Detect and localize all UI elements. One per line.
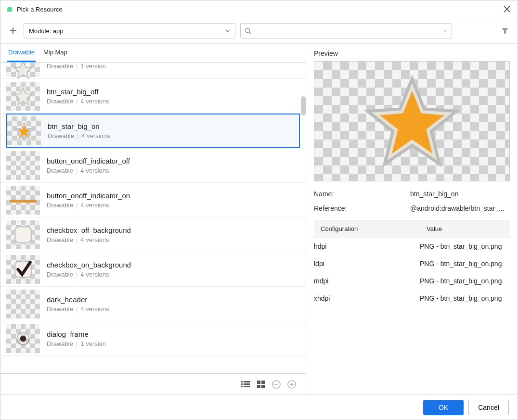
dialog-title: Pick a Resource [17,6,63,13]
svg-point-6 [20,335,26,342]
reference-label: Reference: [314,204,410,212]
list-item[interactable]: btn_star_big_onDrawable|4 versions [6,114,300,148]
item-subtitle: Drawable|4 versions [48,132,110,140]
preview-header: Preview [314,50,510,57]
thumbnail [6,220,40,249]
config-header-configuration: Configuration [321,225,427,232]
svg-rect-3 [10,200,37,203]
config-name: mdpi [314,277,420,285]
chevron-down-icon [444,30,448,32]
svg-rect-9 [244,381,250,382]
resource-list[interactable]: Drawable|1 versionbtn_star_big_offDrawab… [0,63,306,373]
item-subtitle: Drawable|4 versions [47,236,131,243]
search-input[interactable] [254,27,441,35]
list-item[interactable]: button_onoff_indicator_onDrawable|4 vers… [0,183,306,217]
config-name: ldpi [314,260,420,267]
config-value: PNG - btn_star_big_on.png [420,277,510,285]
thumbnail [6,255,40,284]
thumbnail [6,151,40,180]
item-name: dark_header [47,295,109,304]
list-item[interactable]: dark_headerDrawable|4 versions [0,287,306,321]
item-subtitle: Drawable|1 version [47,63,106,70]
module-dropdown-label: Module: app [29,27,64,35]
thumbnail [6,324,40,353]
name-value: btn_star_big_on [410,190,510,198]
thumbnail [7,116,41,145]
item-name: button_onoff_indicator_off [47,157,130,165]
tabs: Drawable Mip Map [0,44,306,63]
module-dropdown[interactable]: Module: app [24,23,235,38]
svg-rect-15 [261,381,265,384]
config-header-value: Value [427,225,503,232]
close-button[interactable] [501,3,513,15]
item-name: checkbox_off_background [47,226,131,234]
preview-image [314,61,510,181]
svg-rect-16 [257,385,260,388]
config-row[interactable]: xhdpiPNG - btn_star_big_on.png [314,290,510,307]
svg-point-2 [246,28,250,33]
svg-rect-17 [261,385,265,388]
tab-mipmap[interactable]: Mip Map [42,47,68,62]
config-value: PNG - btn_star_big_on.png [420,294,510,302]
android-icon [5,5,14,13]
search-icon [245,27,251,34]
item-name: dialog_frame [47,330,106,338]
preview-pane: Preview Name: btn_star_big_on Reference:… [306,44,518,395]
list-item[interactable]: checkbox_on_backgroundDrawable|4 version… [0,252,306,287]
svg-rect-14 [257,381,260,384]
list-item[interactable]: dialog_frameDrawable|1 version [0,321,306,356]
svg-point-0 [8,9,9,10]
view-grid-icon[interactable] [256,379,266,390]
svg-rect-12 [241,386,243,387]
list-item[interactable]: btn_star_big_offDrawable|4 versions [0,79,306,114]
item-name: button_onoff_indicator_on [47,191,130,200]
list-item[interactable]: button_onoff_indicator_offDrawable|4 ver… [0,148,306,183]
item-subtitle: Drawable|4 versions [47,202,130,209]
item-subtitle: Drawable|4 versions [47,167,130,174]
config-row[interactable]: ldpiPNG - btn_star_big_on.png [314,255,510,272]
item-subtitle: Drawable|1 version [47,340,106,347]
config-value: PNG - btn_star_big_on.png [420,242,510,250]
dialog-window: Pick a Resource Module: app [0,0,518,420]
view-list-icon[interactable] [240,379,251,390]
titlebar: Pick a Resource [0,0,518,18]
scrollbar-thumb[interactable] [301,96,306,115]
item-name: btn_star_big_off [47,88,109,96]
cancel-button[interactable]: Cancel [468,400,509,415]
config-name: hdpi [314,242,420,250]
tab-drawable[interactable]: Drawable [7,47,36,62]
ok-button[interactable]: OK [423,400,464,415]
svg-rect-4 [15,227,31,243]
thumbnail [6,290,40,318]
config-name: xhdpi [314,294,420,302]
svg-point-1 [11,9,12,10]
chevron-down-icon [225,29,230,32]
item-subtitle: Drawable|4 versions [47,305,109,313]
list-footer [0,373,306,395]
svg-rect-11 [244,383,250,385]
configuration-table: Configuration Value hdpiPNG - btn_star_b… [314,220,510,307]
dialog-buttons: OK Cancel [0,395,518,420]
config-row[interactable]: hdpiPNG - btn_star_big_on.png [314,238,510,255]
add-button[interactable] [7,25,19,37]
thumbnail [6,63,40,77]
item-name: btn_star_big_on [48,122,110,130]
name-label: Name: [314,190,410,198]
svg-rect-13 [244,386,250,387]
config-value: PNG - btn_star_big_on.png [420,260,510,267]
filter-button[interactable] [499,25,511,37]
config-row[interactable]: mdpiPNG - btn_star_big_on.png [314,272,510,290]
resource-list-pane: Drawable Mip Map Drawable|1 versionbtn_s… [0,44,306,395]
search-box[interactable] [240,23,452,38]
thumbnail [6,186,40,215]
item-subtitle: Drawable|4 versions [47,98,109,105]
zoom-out-icon[interactable] [271,379,282,390]
zoom-in-icon[interactable] [286,379,297,390]
item-name: checkbox_on_background [47,261,131,269]
thumbnail [6,82,40,111]
list-item[interactable]: checkbox_off_backgroundDrawable|4 versio… [0,217,306,252]
svg-rect-10 [241,383,243,385]
toolbar: Module: app [0,18,518,44]
reference-value: @android:drawable/btn_star_... [410,204,510,212]
list-item[interactable]: Drawable|1 version [0,63,306,79]
